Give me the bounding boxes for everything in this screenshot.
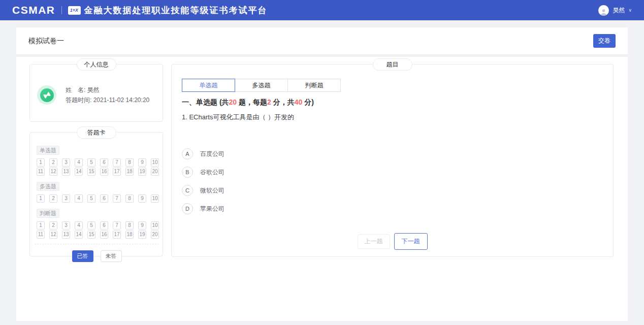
- option-row[interactable]: C 微软公司: [182, 185, 603, 196]
- name-value: 昊然: [87, 86, 100, 93]
- question-number-cell[interactable]: 13: [62, 231, 70, 239]
- personal-info-panel: 个人信息 姓 名: 昊然 答题时间: 2021-11-02 14:20:20: [29, 64, 163, 122]
- question-number-cell[interactable]: 6: [100, 221, 108, 230]
- question-number-cell[interactable]: 20: [151, 168, 159, 176]
- option-row[interactable]: A 百度公司: [182, 148, 603, 159]
- question-number-cell[interactable]: 4: [75, 194, 83, 203]
- question-number-cell[interactable]: 3: [62, 221, 70, 230]
- tab-judge[interactable]: 判断题: [287, 79, 341, 92]
- chevron-down-icon: ∨: [628, 8, 632, 13]
- judge-tag: 判断题: [37, 209, 59, 218]
- csmar-logo: CSMAR: [12, 4, 55, 16]
- question-number-cell[interactable]: 1: [37, 194, 45, 203]
- next-question-button[interactable]: 下一题: [394, 233, 428, 250]
- option-text: 微软公司: [200, 186, 224, 195]
- question-number-cell[interactable]: 10: [151, 221, 159, 230]
- question-number-cell[interactable]: 19: [138, 168, 146, 176]
- question-number-cell[interactable]: 11: [37, 231, 45, 239]
- option-text: 百度公司: [200, 150, 224, 158]
- question-number-cell[interactable]: 20: [151, 231, 159, 239]
- total-points: 40: [295, 98, 303, 106]
- exam-title: 模拟试卷一: [28, 37, 64, 46]
- question-number-cell[interactable]: 1: [37, 221, 45, 230]
- option-letter-radio: B: [182, 167, 193, 178]
- question-number-cell[interactable]: 1: [37, 158, 45, 167]
- question-number-cell[interactable]: 6: [100, 158, 108, 167]
- question-number-cell[interactable]: 9: [138, 194, 146, 203]
- question-number-cell[interactable]: 3: [62, 158, 70, 167]
- legend-answered-badge: 已答: [72, 250, 93, 262]
- points-per-question: 2: [267, 98, 271, 106]
- question-number-cell[interactable]: 16: [100, 168, 108, 176]
- question-number-cell[interactable]: 8: [125, 194, 134, 203]
- user-name: 昊然: [613, 6, 625, 15]
- question-panel: 题目 单选题 多选题 判断题 一、单选题 (共20 题，每题2 分，共40 分)…: [171, 64, 614, 257]
- heading-text: 一、单选题 (共: [182, 98, 229, 106]
- legend-divider: [35, 244, 159, 244]
- question-number-cell[interactable]: 3: [62, 194, 70, 203]
- multi-choice-number-grid: 12345678910: [37, 194, 157, 203]
- question-number-cell[interactable]: 2: [49, 221, 57, 230]
- question-number-cell[interactable]: 18: [125, 231, 134, 239]
- question-number-cell[interactable]: 17: [113, 231, 121, 239]
- question-number-cell[interactable]: 16: [100, 231, 108, 239]
- answer-time-label: 答题时间:: [66, 96, 91, 104]
- exam-avatar-icon: [37, 85, 56, 105]
- answer-card-panel: 答题卡 单选题 1234567891011121314151617181920 …: [29, 132, 163, 256]
- question-number-cell[interactable]: 7: [113, 194, 121, 203]
- hourglass-icon: [40, 88, 54, 102]
- multi-choice-tag: 多选题: [37, 182, 59, 191]
- question-number-cell[interactable]: 8: [125, 221, 134, 230]
- question-number-cell[interactable]: 11: [37, 168, 45, 176]
- question-number-cell[interactable]: 17: [113, 168, 121, 176]
- question-number-cell[interactable]: 2: [49, 158, 57, 167]
- question-number-cell[interactable]: 6: [100, 194, 108, 203]
- question-number-cell[interactable]: 15: [87, 231, 95, 239]
- question-panel-title: 题目: [373, 58, 412, 71]
- question-number-cell[interactable]: 5: [87, 194, 95, 203]
- question-number-cell[interactable]: 10: [151, 158, 159, 167]
- question-number-cell[interactable]: 4: [75, 158, 83, 167]
- option-text: 谷歌公司: [200, 168, 224, 177]
- question-number-cell[interactable]: 10: [151, 194, 159, 203]
- legend-unanswered-badge: 未答: [101, 250, 122, 262]
- question-number-cell[interactable]: 13: [62, 168, 70, 176]
- question-number-cell[interactable]: 14: [75, 231, 83, 239]
- question-number-cell[interactable]: 7: [113, 158, 121, 167]
- question-number-cell[interactable]: 5: [87, 221, 95, 230]
- question-text: 1. ECharts可视化工具是由（ ）开发的: [182, 113, 603, 122]
- submit-exam-button[interactable]: 交卷: [593, 34, 616, 48]
- option-row[interactable]: B 谷歌公司: [182, 167, 603, 178]
- option-letter-radio: D: [182, 203, 193, 214]
- question-number-cell[interactable]: 7: [113, 221, 121, 230]
- total-questions-count: 20: [229, 98, 237, 106]
- question-nav: 上一题 下一题: [358, 233, 428, 250]
- exam-title-bar: 模拟试卷一 交卷: [16, 27, 628, 54]
- tab-single-choice[interactable]: 单选题: [182, 79, 235, 92]
- question-number-cell[interactable]: 12: [49, 231, 57, 239]
- question-number-cell[interactable]: 12: [49, 168, 57, 176]
- question-number-cell[interactable]: 19: [138, 231, 146, 239]
- question-number-cell[interactable]: 9: [138, 158, 146, 167]
- question-number-cell[interactable]: 14: [75, 168, 83, 176]
- question-number-cell[interactable]: 2: [49, 194, 57, 203]
- personal-info-panel-title: 个人信息: [77, 58, 116, 71]
- option-row[interactable]: D 苹果公司: [182, 203, 603, 214]
- question-type-tabs: 单选题 多选题 判断题: [182, 79, 603, 92]
- answer-time-row: 答题时间: 2021-11-02 14:20:20: [66, 95, 149, 105]
- question-number-cell[interactable]: 8: [125, 158, 134, 167]
- user-avatar-icon: [598, 5, 609, 16]
- option-letter-radio: A: [182, 148, 193, 159]
- question-number-cell[interactable]: 18: [125, 168, 134, 176]
- tab-multi-choice[interactable]: 多选题: [235, 79, 288, 92]
- user-menu[interactable]: 昊然 ∨: [598, 5, 632, 16]
- question-number-cell[interactable]: 5: [87, 158, 95, 167]
- question-number-cell[interactable]: 4: [75, 221, 83, 230]
- question-number-cell[interactable]: 15: [87, 168, 95, 176]
- question-number-cell[interactable]: 9: [138, 221, 146, 230]
- option-text: 苹果公司: [200, 205, 224, 213]
- prev-question-button[interactable]: 上一题: [358, 234, 390, 249]
- platform-title: 金融大数据处理职业技能等级证书考试平台: [84, 5, 268, 16]
- options-list: A 百度公司 B 谷歌公司 C 微软公司 D 苹果公司: [182, 148, 603, 214]
- heading-text: 分，共: [271, 98, 295, 106]
